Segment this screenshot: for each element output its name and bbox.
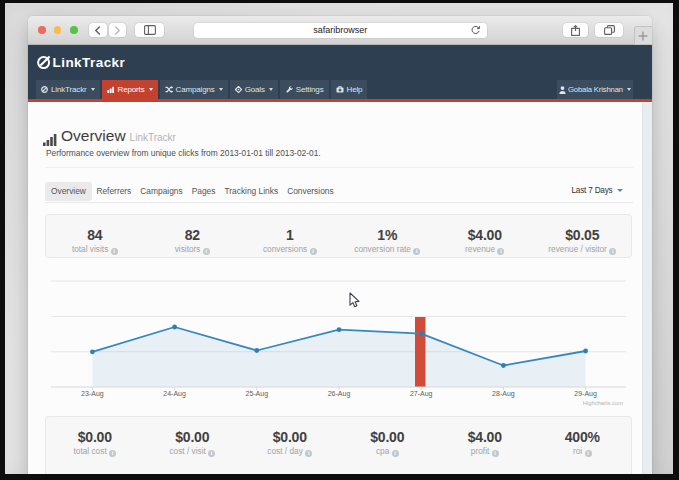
svg-text:Highcharts.com: Highcharts.com: [583, 400, 623, 406]
svg-text:27-Aug: 27-Aug: [410, 390, 433, 398]
svg-text:29-Aug: 29-Aug: [574, 390, 597, 398]
svg-text:28-Aug: 28-Aug: [492, 390, 515, 398]
svg-text:25-Aug: 25-Aug: [246, 390, 269, 398]
svg-text:24-Aug: 24-Aug: [163, 390, 186, 398]
svg-text:26-Aug: 26-Aug: [328, 390, 351, 398]
svg-text:23-Aug: 23-Aug: [81, 390, 104, 398]
